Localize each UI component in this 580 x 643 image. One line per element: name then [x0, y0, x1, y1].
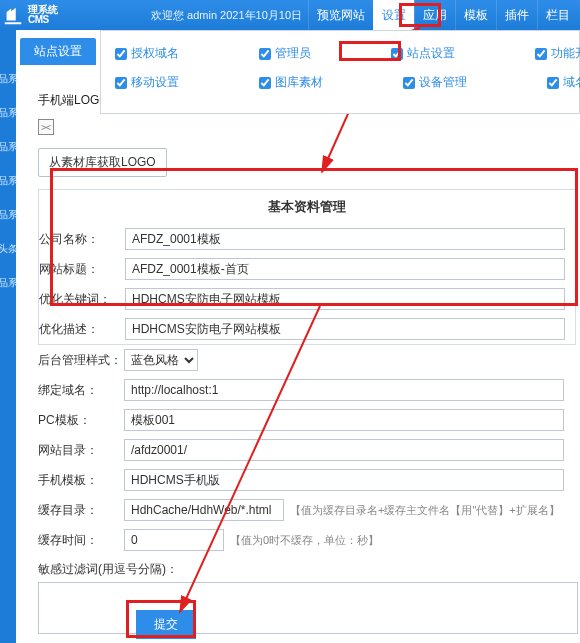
input-keywords[interactable]: [125, 288, 565, 310]
submit-button[interactable]: 提交: [136, 610, 196, 639]
label-admin-style: 后台管理样式：: [38, 352, 124, 369]
nav-templates[interactable]: 模板: [455, 0, 496, 30]
welcome-text: 欢迎您 admin 2021年10月10日: [151, 8, 302, 23]
select-admin-style[interactable]: 蓝色风格: [124, 349, 198, 371]
chk-mobile-settings[interactable]: 移动设置: [115, 74, 179, 91]
nav-plugins[interactable]: 插件: [496, 0, 537, 30]
label-cache-dir: 缓存目录：: [38, 502, 124, 519]
chk-auth-domain[interactable]: 授权域名: [115, 45, 179, 62]
input-mobile-template[interactable]: [124, 469, 564, 491]
nav-preview[interactable]: 预览网站: [308, 0, 373, 30]
nav-columns[interactable]: 栏目: [537, 0, 578, 30]
hint-cache-time: 【值为0时不缓存，单位：秒】: [230, 533, 379, 548]
input-cache-dir[interactable]: [124, 499, 284, 521]
input-cache-time[interactable]: [124, 529, 224, 551]
nav-apps[interactable]: 应用: [414, 0, 455, 30]
left-crop-labels: 品系 品系 品系 品系 品系 头条 品系: [0, 66, 16, 296]
basic-info-card: 基本资料管理 公司名称： 网站标题： 优化关键词： 优化描述：: [38, 189, 576, 345]
chk-site-settings[interactable]: 站点设置: [391, 45, 455, 62]
label-keywords: 优化关键词：: [39, 291, 125, 308]
settings-submenu: 授权域名 管理员 站点设置 功能开关 移动设置 图库素材 设备管理 域名设置: [100, 30, 580, 114]
label-site-dir: 网站目录：: [38, 442, 124, 459]
label-mobile-template: 手机模板：: [38, 472, 124, 489]
input-bind-domain[interactable]: [124, 379, 564, 401]
chk-image-lib[interactable]: 图库素材: [259, 74, 323, 91]
hint-cache-dir: 【值为缓存目录名+缓存主文件名【用"代替】+扩展名】: [290, 503, 560, 518]
chk-feature-switch[interactable]: 功能开关: [535, 45, 580, 62]
subtab-site-settings[interactable]: 站点设置: [20, 38, 96, 65]
label-description: 优化描述：: [39, 321, 125, 338]
label-filter-words: 敏感过滤词(用逗号分隔)：: [38, 561, 578, 578]
textarea-filter-words[interactable]: [38, 582, 578, 634]
get-logo-from-lib-button[interactable]: 从素材库获取LOGO: [38, 148, 167, 177]
brand-bottom-text: CMS: [28, 15, 58, 25]
card-title: 基本资料管理: [39, 190, 575, 224]
label-cache-time: 缓存时间：: [38, 532, 124, 549]
input-site-title[interactable]: [125, 258, 565, 280]
app-logo-icon: [2, 4, 24, 26]
input-pc-template[interactable]: [124, 409, 564, 431]
input-company[interactable]: [125, 228, 565, 250]
label-bind-domain: 绑定域名：: [38, 382, 124, 399]
chk-admin[interactable]: 管理员: [259, 45, 311, 62]
label-pc-template: PC模板：: [38, 412, 124, 429]
broken-image-icon: [38, 119, 54, 135]
label-site-title: 网站标题：: [39, 261, 125, 278]
label-company: 公司名称：: [39, 231, 125, 248]
nav-settings[interactable]: 设置: [373, 0, 414, 30]
input-description[interactable]: [125, 318, 565, 340]
chk-domain-settings[interactable]: 域名设置: [547, 74, 580, 91]
chk-device-mgmt[interactable]: 设备管理: [403, 74, 467, 91]
input-site-dir[interactable]: [124, 439, 564, 461]
